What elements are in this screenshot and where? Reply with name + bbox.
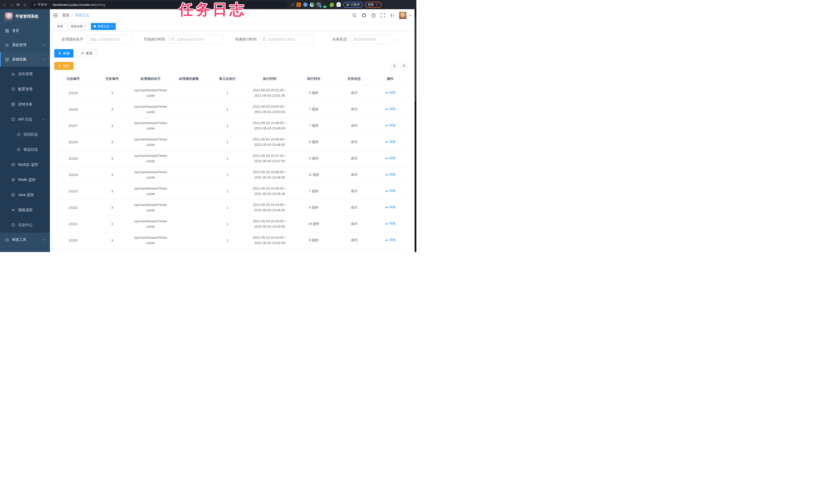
tab-job-log[interactable]: 调度日志 × xyxy=(91,23,116,30)
job-status-select[interactable]: 请选择任务状态 xyxy=(350,35,399,44)
edit-square-icon xyxy=(11,87,15,91)
browser-menu-icon[interactable]: ⋮ xyxy=(375,3,379,7)
time-cell: 2021-05-03 23:48:00 ~2021-05-03 23:48:00 xyxy=(246,134,293,150)
sidebar-item-access-log[interactable]: 访问日志 xyxy=(0,127,50,142)
eye-icon xyxy=(385,108,388,111)
col-execute-time: 执行时间 xyxy=(246,73,293,85)
detail-link[interactable]: 详细 xyxy=(385,172,396,177)
sidebar-item-label: 链路追踪 xyxy=(18,208,32,212)
security-warning-icon: ⚠ xyxy=(33,3,36,6)
on-badge-extension-icon[interactable] xyxy=(323,3,328,7)
profile-emoji-icon: 😆 xyxy=(346,3,349,6)
begin-time-input[interactable] xyxy=(168,35,223,44)
log-edit-icon xyxy=(17,148,21,151)
security-label[interactable]: 不安全 xyxy=(38,3,47,7)
browser-back-icon[interactable]: ← xyxy=(2,2,8,7)
browser-update-chip[interactable]: 更新 ⋮ xyxy=(365,2,382,8)
grid-extension-icon[interactable] xyxy=(316,3,321,7)
puzzle-extensions-icon[interactable] xyxy=(336,3,341,7)
sidebar-item-label: MySQL 监控 xyxy=(18,162,38,167)
detail-link[interactable]: 详细 xyxy=(385,189,396,193)
toolbox-icon xyxy=(5,238,9,242)
sprout-extension-icon[interactable] xyxy=(330,3,334,7)
ublock-extension-icon[interactable] xyxy=(296,3,301,7)
col-handler-param: 处理器的参数 xyxy=(170,73,208,85)
sidebar-item-log-center[interactable]: 日志中心 xyxy=(0,218,50,232)
url-host[interactable]: dashboard.yudao.iocoder.cn xyxy=(52,3,94,7)
browser-home-icon[interactable]: ⌂ xyxy=(22,2,28,7)
sidebar-item-trace[interactable]: 链路追踪 xyxy=(0,202,50,218)
param-cell xyxy=(170,183,208,199)
profile-paused-chip[interactable]: 😆 已暂停 xyxy=(343,2,363,8)
font-size-icon[interactable]: TT xyxy=(389,12,395,18)
sidebar-item-infrastructure[interactable]: 基础设施 xyxy=(0,52,50,67)
job-log-table: 日志编号 任务编号 处理器的名字 处理器的参数 第几次执行 执行时间 执行时长 … xyxy=(53,73,407,249)
begin-time-field xyxy=(168,35,223,44)
scrollbar-thumb[interactable] xyxy=(415,17,416,101)
app-logo-row[interactable]: 芋道管理系统 xyxy=(0,9,50,24)
actions-cell: 详细 xyxy=(373,183,407,199)
detail-link[interactable]: 详细 xyxy=(385,140,396,144)
sidebar-item-config-management[interactable]: 配置管理 xyxy=(0,82,50,97)
gear-icon xyxy=(5,43,9,47)
search-icon xyxy=(58,52,62,55)
detail-link[interactable]: 详细 xyxy=(385,205,396,209)
help-icon[interactable]: ? xyxy=(371,12,376,18)
handler-cell: sysUserSessionTimeoutJob xyxy=(132,134,170,150)
tab-scheduled-jobs[interactable]: 定时任务 × xyxy=(68,23,89,30)
sidebar-item-api-log[interactable]: API 日志 xyxy=(0,112,50,127)
refresh-table-button[interactable] xyxy=(400,62,407,70)
browser-forward-icon[interactable]: → xyxy=(8,2,15,7)
search-button[interactable]: 搜索 xyxy=(54,49,73,57)
user-menu-caret-icon[interactable] xyxy=(409,15,411,16)
detail-link[interactable]: 详细 xyxy=(385,222,396,226)
tab-home[interactable]: 首页 xyxy=(54,23,66,30)
reset-button[interactable]: 重置 xyxy=(77,49,96,57)
breadcrumb-home[interactable]: 首页 xyxy=(62,13,69,18)
address-bar[interactable]: ⚠ 不安全 dashboard.yudao.iocoder.cn/job/log xyxy=(30,1,288,8)
sidebar-item-dev-tools[interactable]: 研发工具 xyxy=(0,232,50,247)
drop-extension-icon[interactable] xyxy=(303,3,308,7)
github-icon[interactable] xyxy=(361,12,367,18)
fullscreen-icon[interactable] xyxy=(380,12,386,18)
y-extension-icon[interactable] xyxy=(310,3,314,7)
tab-close-icon[interactable]: × xyxy=(111,25,113,28)
param-cell xyxy=(170,85,208,101)
sidebar-item-java-monitor[interactable]: Java 监控 xyxy=(0,187,50,202)
refresh-icon xyxy=(81,52,84,55)
eye-icon xyxy=(385,124,388,127)
sidebar-item-home[interactable]: 首页 xyxy=(0,24,50,38)
url-path[interactable]: /job/log xyxy=(95,3,105,7)
detail-link[interactable]: 详细 xyxy=(385,123,396,128)
log-id-cell: 10227 xyxy=(53,118,93,134)
sidebar-toggle-icon[interactable] xyxy=(53,14,58,17)
search-button-label: 搜索 xyxy=(63,51,70,56)
sidebar-item-redis-monitor[interactable]: Redis 监控 xyxy=(0,172,50,187)
eye-icon xyxy=(385,222,388,225)
handler-name-input[interactable] xyxy=(87,35,132,44)
toggle-search-button[interactable] xyxy=(391,62,398,70)
user-avatar[interactable] xyxy=(399,11,407,19)
browser-reload-icon[interactable]: ⟳ xyxy=(15,2,22,7)
download-icon xyxy=(58,64,62,68)
param-cell xyxy=(170,118,208,134)
java-monitor-icon xyxy=(11,193,15,197)
window-scrollbar[interactable] xyxy=(414,9,416,252)
detail-link[interactable]: 详细 xyxy=(385,91,396,95)
search-icon[interactable] xyxy=(352,12,357,18)
export-button[interactable]: 导出 xyxy=(54,62,73,70)
seq-cell: 1 xyxy=(208,167,246,183)
sidebar-item-error-log[interactable]: 错误日志 xyxy=(0,142,50,157)
end-time-input[interactable] xyxy=(260,35,315,44)
detail-link[interactable]: 详细 xyxy=(385,156,396,160)
sidebar-item-scheduled-jobs[interactable]: 定时任务 xyxy=(0,97,50,112)
bookmark-star-icon[interactable]: ☆ xyxy=(291,2,294,7)
sidebar-item-mysql-monitor[interactable]: MySQL 监控 xyxy=(0,157,50,172)
sidebar-item-file-management[interactable]: 文件管理 xyxy=(0,67,50,82)
export-button-label: 导出 xyxy=(63,64,70,68)
tab-close-icon[interactable]: × xyxy=(85,25,86,28)
detail-link[interactable]: 详细 xyxy=(385,238,396,242)
detail-link[interactable]: 详细 xyxy=(385,107,396,111)
eye-icon xyxy=(11,208,15,212)
sidebar-item-system[interactable]: 系统管理 xyxy=(0,38,50,52)
